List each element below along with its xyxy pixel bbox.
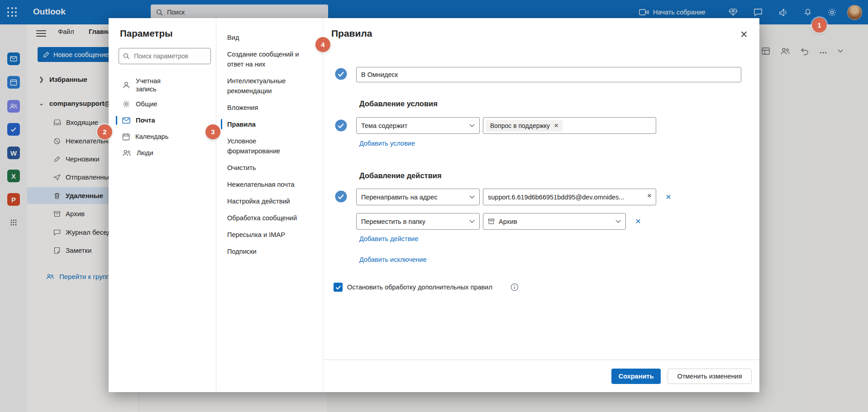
category-junk-email[interactable]: Нежелательная почта [216,176,323,193]
annotation-badge-3: 3 [205,124,220,139]
chevron-down-icon [469,124,475,128]
rule-name-valid-icon [335,68,347,80]
save-button[interactable]: Сохранить [611,369,661,384]
annotation-badge-4: 4 [315,37,330,52]
rules-title: Правила [331,28,372,39]
category-attachments[interactable]: Вложения [216,99,323,116]
settings-modal: Параметры Учетная запись Общие Почта [109,18,759,392]
clear-address-icon[interactable]: × [647,193,652,199]
category-forwarding-imap[interactable]: Пересылка и IMAP [216,226,323,243]
condition-section-heading: Добавление условия [359,99,438,108]
close-icon[interactable]: × [737,27,751,42]
settings-title: Параметры [120,28,172,39]
archive-icon [488,218,495,225]
remove-action2-icon[interactable]: × [633,217,643,227]
screen: W X P Файл Главная Новое сообщение ❯ Изб… [0,0,868,412]
action1-address-input[interactable] [483,194,656,201]
action1-select[interactable]: Перенаправить на адрес [356,189,480,205]
settings-nav: Учетная запись Общие Почта Календарь Люд… [109,74,216,161]
stop-processing-label: Остановить обработку дополнительных прав… [347,283,492,292]
category-customize-actions[interactable]: Настройка действий [216,193,323,209]
stop-processing-checkbox[interactable] [334,283,343,292]
settings-panel: Параметры Учетная запись Общие Почта [109,18,216,392]
category-compose-reply[interactable]: Создание сообщений и ответ на них [216,46,314,72]
condition-valid-icon [335,119,347,132]
chevron-down-icon [469,195,475,199]
nav-general[interactable]: Общие [109,96,216,112]
people-icon [122,149,131,156]
action-valid-icon [335,190,347,203]
annotation-badge-2: 2 [97,124,112,139]
info-icon[interactable] [510,283,519,291]
rule-name-input[interactable] [356,67,741,82]
chevron-down-icon [469,220,475,223]
settings-categories: Вид Создание сообщений и ответ на них Ин… [216,18,323,392]
action2-select[interactable]: Переместить в папку [356,213,480,230]
search-icon [123,53,129,59]
category-view[interactable]: Вид [216,29,323,46]
nav-account[interactable]: Учетная запись [109,74,216,96]
settings-search-field[interactable] [119,48,211,64]
annotation-badge-1: 1 [812,18,827,33]
remove-action1-icon[interactable]: × [663,192,673,202]
category-conditional-formatting[interactable]: Условное форматирование [216,133,298,159]
check-icon [335,285,341,290]
add-action-link[interactable]: Добавить действие [359,235,419,242]
condition-value-field[interactable]: Вопрос в поддержку × [483,117,656,134]
gear-icon [122,100,130,108]
nav-mail[interactable]: Почта [109,112,216,128]
nav-calendar[interactable]: Календарь [109,128,216,145]
action2-folder-select[interactable]: Архив [483,213,626,230]
action1-value-field[interactable]: × [483,189,656,205]
rules-panel: Правила × Добавление условия Тема содерж… [323,18,759,392]
action-section-heading: Добавление действия [359,171,442,180]
category-sweep[interactable]: Очистить [216,159,323,176]
category-smart-suggestions[interactable]: Интеллектуальные рекомендации [216,72,309,99]
category-subscriptions[interactable]: Подписки [216,243,323,260]
add-condition-link[interactable]: Добавить условие [359,140,415,147]
remove-chip-icon[interactable]: × [554,123,558,129]
category-rules[interactable]: Правила [216,116,323,133]
chevron-down-icon [615,220,621,223]
condition-select[interactable]: Тема содержит [356,117,480,134]
nav-people[interactable]: Люди [109,145,216,161]
calendar-icon [122,133,130,141]
condition-chip: Вопрос в поддержку × [486,120,563,132]
footer-divider [323,360,759,360]
settings-search-input[interactable] [133,52,201,60]
category-message-handling[interactable]: Обработка сообщений [216,209,323,226]
discard-button[interactable]: Отменить изменения [668,369,752,384]
person-icon [122,81,130,89]
add-exception-link[interactable]: Добавить исключение [359,256,427,263]
mail-icon [122,117,130,124]
